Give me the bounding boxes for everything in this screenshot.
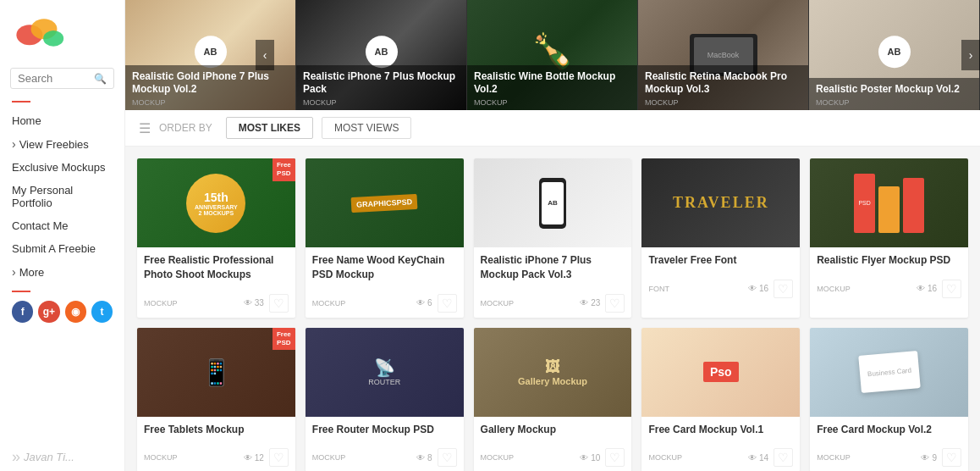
twitter-button[interactable]: t (91, 301, 113, 323)
card-1[interactable]: GRAPHICSPSD Free Name Wood KeyChain PSD … (306, 158, 464, 318)
card-7-body: Gallery Mockup (474, 417, 632, 446)
card-3-body: Traveler Free Font (641, 247, 800, 276)
slider-item-1-overlay: Realistic iPhone 7 Plus Mockup Pack MOCK… (296, 65, 466, 110)
card-0[interactable]: FreePSD 15th ANNIVERSARY 2 MOCKUPS Free … (137, 158, 295, 318)
card-7-views: 👁 10 (580, 453, 600, 463)
eye-icon: 👁 (416, 298, 425, 308)
slider-item-4[interactable]: AB Realistic Poster Mockup Vol.2 MOCKUP (809, 0, 980, 110)
eye-icon: 👁 (921, 453, 929, 463)
card-7-heart-button[interactable]: ♡ (605, 448, 625, 467)
card-4[interactable]: PSD Realistic Flyer Mockup PSD MOCKUP 👁 … (810, 158, 968, 318)
card-6-title: Free Router Mockup PSD (312, 423, 457, 437)
sidebar-item-more[interactable]: More (0, 260, 124, 284)
eye-icon: 👁 (580, 298, 588, 308)
slider-item-0-title: Realistic Gold iPhone 7 Plus Mockup Vol.… (132, 70, 289, 97)
card-8-tag: MOCKUP (648, 453, 682, 462)
sidebar-item-portfolio[interactable]: My Personal Portfolio (0, 179, 124, 214)
slider-item-3[interactable]: MacBook Realistic Retina Macbook Pro Moc… (638, 0, 809, 110)
grid-area: FreePSD 15th ANNIVERSARY 2 MOCKUPS Free … (125, 147, 980, 471)
slider-item-0-overlay: Realistic Gold iPhone 7 Plus Mockup Vol.… (125, 65, 295, 110)
card-5-footer: MOCKUP 👁 12 ♡ (137, 445, 295, 471)
card-7[interactable]: 🖼 Gallery Mockup Gallery Mockup MOCKUP 👁… (474, 328, 632, 471)
slider-item-4-title: Realistic Poster Mockup Vol.2 (816, 83, 972, 97)
sidebar-item-view-freebies[interactable]: View Freebies (0, 132, 124, 156)
most-views-tab[interactable]: MOST VIEWS (322, 117, 411, 139)
card-7-gallery-text: 🖼 Gallery Mockup (518, 358, 587, 386)
card-5-heart-button[interactable]: ♡ (269, 448, 289, 467)
card-8[interactable]: Pso Free Card Mockup Vol.1 MOCKUP 👁 14 ♡ (641, 328, 800, 471)
slider-prev-button[interactable]: ‹ (256, 40, 274, 70)
card-2-heart-button[interactable]: ♡ (605, 294, 625, 313)
card-9-tag: MOCKUP (817, 453, 851, 462)
card-3-traveler-text: TRAVELER (673, 194, 769, 212)
card-6-heart-button[interactable]: ♡ (438, 448, 457, 467)
card-4-image: PSD (810, 158, 968, 247)
sidebar-item-contact[interactable]: Contact Me (0, 214, 124, 237)
card-3-tag: FONT (648, 285, 669, 293)
card-0-free-badge: FreePSD (273, 158, 295, 181)
slider-item-3-title: Realistic Retina Macbook Pro Mockup Vol.… (645, 70, 801, 97)
card-0-circle-badge: 15th ANNIVERSARY 2 MOCKUPS (186, 174, 245, 233)
list-view-icon[interactable]: ☰ (139, 120, 151, 136)
card-1-heart-button[interactable]: ♡ (438, 294, 457, 313)
card-3[interactable]: TRAVELER Traveler Free Font FONT 👁 16 ♡ (641, 158, 800, 318)
sidebar-item-home[interactable]: Home (0, 109, 124, 132)
most-likes-tab[interactable]: MOST LIKES (226, 117, 313, 139)
card-9-image: Business Card (810, 328, 968, 417)
slider-item-2[interactable]: 🍾 Realistic Wine Bottle Mockup Vol.2 MOC… (467, 0, 638, 110)
card-9-heart-button[interactable]: ♡ (942, 448, 961, 467)
card-4-stats: 👁 16 ♡ (917, 280, 961, 298)
slider-item-2-overlay: Realistic Wine Bottle Mockup Vol.2 MOCKU… (467, 65, 637, 110)
sidebar-item-exclusive-mockups[interactable]: Exclusive Mockups (0, 156, 124, 179)
card-2-views: 👁 23 (580, 298, 600, 308)
card-8-stats: 👁 14 ♡ (748, 448, 793, 467)
card-0-image: FreePSD 15th ANNIVERSARY 2 MOCKUPS (137, 158, 295, 247)
sidebar-divider-top (12, 101, 30, 103)
slider-item-2-title: Realistic Wine Bottle Mockup Vol.2 (474, 70, 630, 97)
card-1-image: GRAPHICSPSD (306, 158, 464, 247)
card-4-flyers: PSD (851, 170, 928, 236)
card-9[interactable]: Business Card Free Card Mockup Vol.2 MOC… (810, 328, 968, 471)
card-2[interactable]: AB Realistic iPhone 7 Plus Mockup Pack V… (474, 158, 632, 318)
card-5-views: 👁 12 (244, 453, 264, 463)
card-5[interactable]: FreePSD 📱 Free Tablets Mockup MOCKUP 👁 1… (137, 328, 295, 471)
card-8-views: 👁 14 (748, 453, 768, 463)
slider-item-4-overlay: Realistic Poster Mockup Vol.2 MOCKUP (809, 78, 979, 110)
search-input[interactable] (18, 72, 94, 85)
card-1-stats: 👁 6 ♡ (416, 294, 457, 313)
slider-next-button[interactable]: › (961, 40, 980, 70)
card-7-stats: 👁 10 ♡ (580, 448, 625, 467)
card-5-title: Free Tablets Mockup (144, 423, 289, 437)
brand-arrows-icon: » (12, 448, 20, 466)
card-1-tag: MOCKUP (312, 299, 346, 308)
card-7-title: Gallery Mockup (481, 423, 625, 437)
ab-badge-1: AB (366, 36, 398, 68)
rss-button[interactable]: ◉ (65, 301, 86, 323)
card-8-title: Free Card Mockup Vol.1 (648, 423, 793, 437)
google-plus-button[interactable]: g+ (38, 301, 59, 323)
card-8-heart-button[interactable]: ♡ (774, 448, 793, 467)
main-content: ‹ AB Realistic Gold iPhone 7 Plus Mockup… (125, 0, 980, 471)
card-1-views: 👁 6 (416, 298, 432, 308)
card-4-footer: MOCKUP 👁 16 ♡ (810, 276, 968, 303)
card-2-stats: 👁 23 ♡ (580, 294, 625, 313)
slider-item-1[interactable]: AB Realistic iPhone 7 Plus Mockup Pack M… (296, 0, 467, 110)
card-3-stats: 👁 16 ♡ (748, 280, 793, 298)
facebook-button[interactable]: f (12, 301, 33, 323)
logo-icon (14, 12, 64, 54)
search-box[interactable]: 🔍 (10, 68, 114, 89)
sidebar-item-submit[interactable]: Submit A Freebie (0, 237, 124, 260)
card-6[interactable]: 📡 ROUTER Free Router Mockup PSD MOCKUP 👁… (306, 328, 464, 471)
card-4-heart-button[interactable]: ♡ (942, 280, 961, 298)
card-7-image: 🖼 Gallery Mockup (474, 328, 632, 417)
slider-item-3-tag: MOCKUP (645, 98, 801, 107)
card-0-heart-button[interactable]: ♡ (269, 294, 289, 313)
social-icons: f g+ ◉ t (0, 301, 124, 323)
card-1-title: Free Name Wood KeyChain PSD Mockup (312, 253, 457, 282)
card-9-stats: 👁 9 ♡ (921, 448, 961, 467)
slider-item-4-tag: MOCKUP (816, 98, 972, 107)
card-3-heart-button[interactable]: ♡ (774, 280, 793, 298)
card-5-emoji: 📱 (201, 357, 232, 387)
card-4-views: 👁 16 (917, 284, 937, 293)
card-0-title: Free Realistic Professional Photo Shoot … (144, 253, 289, 282)
